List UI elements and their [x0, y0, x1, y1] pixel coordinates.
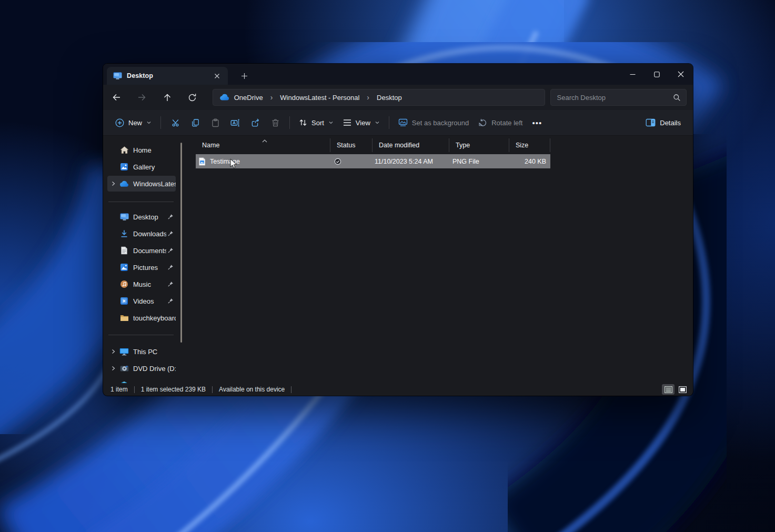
set-as-background-button[interactable]: Set as background [394, 114, 474, 132]
maximize-button[interactable] [645, 64, 669, 85]
column-header-type[interactable]: Type [449, 138, 509, 152]
sidebar-item-label: WindowsLatest [133, 180, 176, 188]
close-button[interactable] [669, 64, 693, 85]
forward-button[interactable] [134, 89, 150, 106]
paste-button[interactable] [205, 114, 225, 132]
selection-summary: 1 item selected 239 KB [141, 386, 206, 393]
sidebar-item-this-pc[interactable]: This PC [107, 344, 176, 359]
paste-icon [211, 118, 220, 127]
pin-icon [166, 298, 175, 304]
sidebar-item-music[interactable]: Music [107, 276, 176, 292]
breadcrumb-chevron-icon[interactable]: › [267, 93, 276, 102]
command-bar: New Sort View [103, 110, 693, 136]
mouse-cursor [229, 158, 240, 170]
details-view-toggle[interactable] [662, 384, 675, 395]
file-row-testimage[interactable]: Testimage 11/10/2023 5:24 AM PNG File 24… [196, 154, 550, 168]
desktop-icon [119, 213, 129, 221]
file-size: 240 KB [509, 158, 546, 165]
breadcrumb-item-windowslatest[interactable]: WindowsLatest - Personal [280, 94, 359, 102]
status-divider [212, 386, 213, 393]
availability-status: Available on this device [219, 386, 285, 393]
pin-icon [166, 247, 175, 254]
chevron-right-icon[interactable] [107, 349, 119, 354]
onedrive-cloud-icon [119, 180, 129, 187]
sidebar-item-touchkeyboard[interactable]: touchkeyboard [107, 310, 176, 326]
chevron-down-icon [146, 120, 152, 125]
column-header-date-modified[interactable]: Date modified [373, 138, 449, 152]
documents-icon [119, 246, 129, 255]
music-icon [119, 280, 129, 288]
tab-close-icon[interactable] [211, 70, 223, 82]
sidebar-item-documents[interactable]: Documents [107, 243, 176, 258]
cut-button[interactable] [165, 114, 185, 132]
sidebar-item-network[interactable]: Network [107, 377, 176, 383]
sidebar-divider [108, 335, 174, 335]
new-button[interactable]: New [110, 114, 156, 132]
up-button[interactable] [159, 89, 176, 106]
sidebar-item-windowslatest[interactable]: WindowsLatest [107, 176, 176, 192]
breadcrumb-item-onedrive[interactable]: OneDrive [234, 94, 263, 102]
rotate-left-icon [478, 118, 487, 127]
view-button-label: View [356, 119, 370, 127]
details-button[interactable]: Details [641, 114, 686, 132]
back-button[interactable] [108, 89, 125, 106]
sidebar-item-gallery[interactable]: Gallery [107, 159, 176, 175]
toolbar-divider [389, 116, 389, 129]
column-header-status[interactable]: Status [330, 138, 373, 152]
rotate-left-label: Rotate left [491, 119, 522, 127]
sidebar-item-desktop[interactable]: Desktop [107, 209, 176, 225]
chevron-right-icon[interactable] [107, 366, 119, 371]
gallery-icon [119, 163, 129, 171]
chevron-right-icon[interactable] [107, 181, 119, 186]
sidebar-item-label: Downloads [133, 230, 166, 238]
videos-icon [119, 297, 129, 305]
sidebar-item-dvd-drive[interactable]: DVD Drive (D:) C [107, 360, 176, 376]
tab-title: Desktop [127, 72, 206, 79]
tab-desktop[interactable]: Desktop [107, 67, 228, 85]
sidebar-item-videos[interactable]: Videos [107, 293, 176, 309]
rename-button[interactable] [225, 114, 245, 132]
set-as-background-label: Set as background [412, 119, 469, 127]
sidebar-item-pictures[interactable]: Pictures [107, 259, 176, 275]
item-count: 1 item [110, 386, 128, 393]
minimize-button[interactable] [620, 64, 645, 85]
copy-icon [191, 118, 200, 127]
file-date-modified: 11/10/2023 5:24 AM [373, 158, 449, 165]
ellipsis-icon: ••• [532, 118, 542, 127]
sidebar-item-downloads[interactable]: Downloads [107, 226, 176, 242]
sort-button[interactable]: Sort [294, 114, 338, 132]
share-button[interactable] [245, 114, 265, 132]
view-list-icon [343, 119, 351, 126]
large-icons-view-toggle[interactable] [676, 384, 689, 395]
breadcrumb-chevron-icon[interactable]: › [364, 93, 373, 102]
file-list-area: Name Status Date modified Type Size Test… [189, 136, 693, 383]
delete-button[interactable] [265, 114, 285, 132]
see-more-button[interactable]: ••• [527, 114, 547, 132]
address-bar[interactable]: OneDrive › WindowsLatest - Personal › De… [213, 89, 545, 106]
copy-button[interactable] [185, 114, 205, 132]
column-header-name[interactable]: Name [196, 138, 330, 152]
column-header-size[interactable]: Size [509, 138, 550, 152]
onedrive-icon [219, 94, 230, 101]
breadcrumb-item-desktop[interactable]: Desktop [377, 94, 402, 102]
rotate-left-button[interactable]: Rotate left [474, 114, 527, 132]
png-file-icon [198, 157, 206, 166]
pictures-icon [119, 263, 129, 272]
sidebar-scrollbar[interactable] [180, 143, 182, 343]
sidebar-item-home[interactable]: Home [107, 142, 176, 158]
refresh-button[interactable] [184, 89, 201, 106]
downloads-icon [119, 229, 129, 238]
search-icon[interactable] [673, 94, 681, 102]
sidebar-item-label: Desktop [133, 213, 166, 221]
chevron-down-icon [375, 120, 380, 125]
desktop-folder-icon [113, 72, 122, 80]
toolbar-divider [289, 116, 290, 129]
search-input[interactable] [557, 94, 673, 102]
view-button[interactable]: View [338, 114, 385, 132]
sidebar-item-label: Videos [133, 297, 166, 305]
pin-icon [166, 281, 175, 287]
sidebar-item-label: touchkeyboard [133, 314, 176, 322]
new-tab-button[interactable] [237, 69, 251, 83]
explorer-body: Home Gallery WindowsLatest [103, 136, 693, 383]
sidebar-item-label: DVD Drive (D:) C [133, 365, 176, 373]
